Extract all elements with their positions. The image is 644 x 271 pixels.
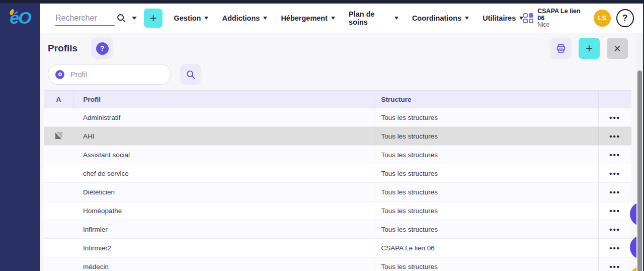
- profiles-table: A Profil Structure Administratif Tous le…: [44, 90, 631, 271]
- table-row[interactable]: Infirmier2 CSAPA Le lien 06 •••: [44, 239, 631, 257]
- user-avatar[interactable]: LS: [594, 10, 610, 27]
- global-search-input[interactable]: [55, 11, 115, 26]
- filter-radio-icon[interactable]: [55, 70, 64, 79]
- nav-menu-addictions[interactable]: Addictions: [222, 14, 267, 22]
- row-actions-button[interactable]: •••: [598, 220, 631, 239]
- global-search-button[interactable]: [116, 13, 127, 24]
- chevron-down-icon: [263, 17, 267, 20]
- column-header-actions: [598, 91, 631, 108]
- nav-menu-plan-de-soins[interactable]: Plan de soins: [349, 10, 398, 26]
- chevron-down-icon: [519, 17, 523, 20]
- column-header-a[interactable]: A: [44, 91, 73, 108]
- profile-name-cell: Administratif: [73, 108, 375, 127]
- profile-filter-input[interactable]: [70, 71, 156, 79]
- profile-name-cell: Infirmier2: [73, 239, 375, 257]
- nav-menu-utilitaires[interactable]: Utilitaires: [482, 14, 523, 22]
- column-header-profil[interactable]: Profil: [73, 91, 375, 108]
- structure-cell: Tous les structures: [375, 220, 598, 239]
- help-icon: ?: [96, 42, 109, 55]
- page-help-button[interactable]: ?: [91, 38, 113, 59]
- structure-cell: Tous les structures: [375, 183, 598, 201]
- table-row[interactable]: Administratif Tous les structures •••: [44, 108, 631, 127]
- profile-name-cell: Homéopathe: [73, 201, 375, 220]
- profile-name-cell: médecin: [73, 257, 375, 271]
- structure-name: CSAPA Le lien 06: [537, 8, 588, 22]
- main-nav: Gestion Addictions Hébergement Plan de s…: [174, 10, 523, 26]
- table-row[interactable]: médecin Tous les structures •••: [44, 257, 631, 271]
- table-row[interactable]: Diététicien Tous les structures •••: [44, 183, 631, 201]
- profile-name-cell: Assistant social: [73, 146, 375, 164]
- row-actions-button[interactable]: •••: [598, 257, 631, 271]
- search-icon: [116, 13, 127, 24]
- profile-filter-field: [48, 64, 171, 85]
- global-help-button[interactable]: ?: [616, 9, 634, 27]
- profile-name-cell: chef de service: [73, 164, 375, 183]
- print-button[interactable]: [550, 38, 572, 59]
- chevron-down-icon: [465, 17, 469, 20]
- topbar-right-cluster: CSAPA Le lien 06 Nice LS ?: [523, 8, 634, 29]
- row-actions-button[interactable]: •••: [598, 108, 631, 127]
- table-row[interactable]: chef de service Tous les structures •••: [44, 164, 631, 183]
- structure-city: Nice: [537, 22, 588, 29]
- row-actions-button[interactable]: •••: [598, 239, 631, 257]
- table-header-row: A Profil Structure: [44, 91, 631, 108]
- profile-name-cell: Infirmier: [73, 220, 375, 239]
- profile-name-cell: Diététicien: [73, 183, 375, 201]
- vertical-scrollbar[interactable]: [636, 33, 643, 271]
- search-options-dropdown[interactable]: [132, 17, 137, 20]
- table-body: Administratif Tous les structures ••• AH…: [44, 108, 631, 271]
- window-top-edge: [0, 0, 644, 4]
- structure-cell: CSAPA Le lien 06: [375, 239, 598, 257]
- row-actions-button[interactable]: •••: [598, 201, 631, 220]
- table-row[interactable]: Assistant social Tous les structures •••: [44, 146, 631, 164]
- main-content: Profils ? + ✕: [40, 33, 644, 271]
- add-profile-button[interactable]: +: [579, 38, 600, 59]
- filter-search-button[interactable]: [180, 64, 201, 85]
- page-header: Profils ? + ✕: [40, 33, 644, 60]
- printer-icon: [555, 43, 567, 54]
- chevron-down-icon: [132, 17, 137, 20]
- structure-grid-icon: [523, 13, 533, 23]
- quick-add-button[interactable]: +: [144, 9, 163, 28]
- structure-cell: Tous les structures: [375, 164, 598, 183]
- close-button[interactable]: ✕: [607, 38, 628, 59]
- chevron-down-icon: [394, 17, 398, 20]
- profile-name-cell: AHI: [73, 127, 375, 146]
- structure-cell: Tous les structures: [375, 201, 598, 220]
- app-logo[interactable]: éO: [4, 8, 36, 28]
- structure-cell: Tous les structures: [375, 257, 598, 271]
- global-search: [55, 11, 137, 26]
- filter-bar: [48, 64, 644, 85]
- row-actions-button[interactable]: •••: [598, 146, 631, 164]
- table-row[interactable]: AHI Tous les structures •••: [44, 127, 631, 146]
- nav-menu-coordinations[interactable]: Coordinations: [412, 14, 469, 22]
- structure-cell: Tous les structures: [375, 146, 598, 164]
- structure-cell: Tous les structures: [375, 108, 598, 127]
- chevron-down-icon: [204, 17, 208, 20]
- nav-menu-gestion[interactable]: Gestion: [174, 14, 208, 22]
- search-icon: [185, 69, 196, 80]
- scrollbar-thumb[interactable]: [637, 71, 642, 271]
- topbar: + Gestion Addictions Hébergement Plan de…: [40, 4, 644, 33]
- row-actions-button[interactable]: •••: [598, 127, 631, 146]
- structure-switcher[interactable]: CSAPA Le lien 06 Nice: [523, 8, 588, 29]
- structure-cell: Tous les structures: [375, 127, 598, 146]
- sidebar: éO: [0, 0, 40, 271]
- table-row[interactable]: Homéopathe Tous les structures •••: [44, 201, 631, 220]
- row-actions-button[interactable]: •••: [598, 183, 631, 201]
- page-title: Profils: [48, 43, 77, 54]
- column-header-structure[interactable]: Structure: [375, 91, 598, 108]
- chevron-down-icon: [331, 17, 335, 20]
- row-actions-button[interactable]: •••: [598, 164, 631, 183]
- nav-menu-hebergement[interactable]: Hébergement: [281, 14, 335, 22]
- table-row[interactable]: Infirmier Tous les structures •••: [44, 220, 631, 239]
- page-toolbar: + ✕: [550, 38, 628, 59]
- archived-flag-icon: [55, 131, 63, 140]
